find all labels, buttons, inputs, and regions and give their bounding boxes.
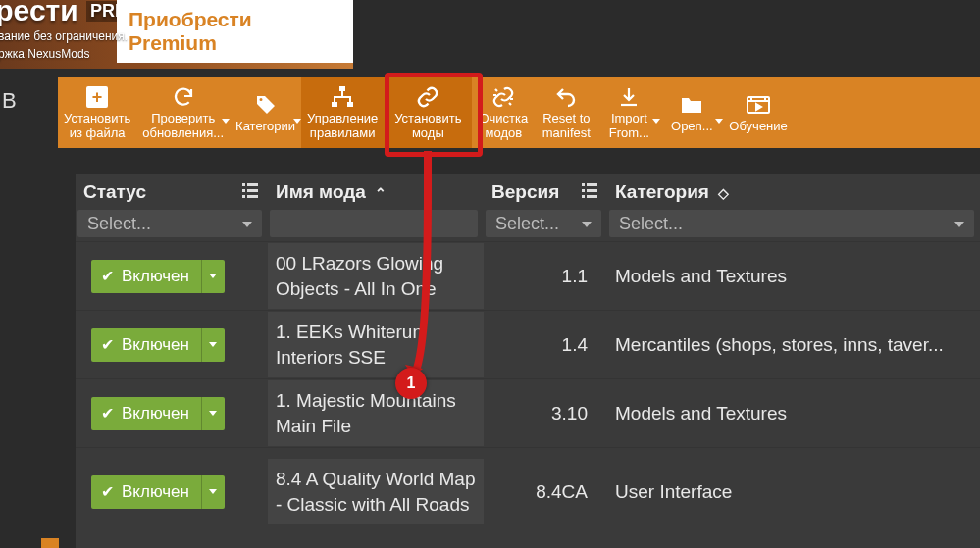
mod-name: 8.4 A Quality World Map - Classic with A… [268,459,484,524]
list-icon [240,180,260,205]
column-header-status[interactable]: Статус [76,174,268,210]
check-icon: ✔ [101,335,114,354]
table-row[interactable]: ✔Включен 00 LRazors Glowing Objects - Al… [76,241,980,310]
main-toolbar: + Установитьиз файла Проверитьобновления… [58,77,980,148]
buy-premium-button[interactable]: Приобрести Premium [117,0,353,63]
svg-rect-4 [242,183,245,186]
sidebar-accent [41,538,59,548]
svg-rect-5 [247,183,258,186]
banner-subtext-2: ржка NexusMods [0,47,90,61]
tag-icon [254,92,278,118]
training-button[interactable]: Обучение [723,77,793,148]
column-header-category[interactable]: Категория ◇ [607,174,980,210]
sort-icon: ◇ [718,185,729,201]
categories-button[interactable]: Категории [230,77,301,148]
column-header-version[interactable]: Версия [484,174,607,210]
chevron-down-icon [715,119,723,124]
status-dropdown[interactable] [201,328,225,362]
table-row[interactable]: ✔Включен 8.4 A Quality World Map - Class… [76,447,980,535]
mod-name: 00 LRazors Glowing Objects - All In One [268,243,484,309]
name-filter-input[interactable] [270,210,478,237]
status-label: Включен [122,482,189,502]
folder-icon [680,92,703,118]
unlink-icon [490,84,516,110]
table-body: ✔Включен 00 LRazors Glowing Objects - Al… [76,241,980,535]
check-icon: ✔ [101,267,114,285]
mod-status-toggle[interactable]: ✔Включен [91,475,225,509]
mods-table: Статус Имя мода ⌃ Версия Категория ◇ Sel… [76,174,980,548]
status-filter-select[interactable]: Select... [77,210,262,237]
svg-rect-13 [587,189,597,192]
mod-version: 3.10 [484,395,607,432]
list-icon [580,180,599,205]
svg-rect-12 [582,189,585,192]
sitemap-icon [330,84,355,110]
category-filter-select[interactable]: Select... [609,210,974,237]
plus-icon: + [86,84,108,110]
chevron-down-icon [652,119,660,124]
import-from-button[interactable]: ImportFrom... [597,77,660,148]
mod-version: 1.1 [484,258,607,295]
column-header-name[interactable]: Имя мода ⌃ [268,174,484,210]
svg-rect-10 [582,183,585,186]
link-icon [415,84,440,110]
sort-asc-icon: ⌃ [375,185,387,201]
mod-version: 8.4CA [484,473,607,511]
mod-category: Mercantiles (shops, stores, inns, taver.… [607,326,980,364]
install-from-file-button[interactable]: + Установитьиз файла [58,77,136,148]
table-header-row: Статус Имя мода ⌃ Версия Категория ◇ [76,174,980,210]
mod-version: 1.4 [484,326,607,364]
check-icon: ✔ [101,482,114,501]
status-label: Включен [122,404,189,423]
reset-manifest-button[interactable]: Reset tomanifest [535,77,597,148]
chevron-down-icon [293,119,301,124]
svg-rect-1 [332,102,337,107]
mod-name: 1. EEKs Whiterun Interiors SSE [268,312,484,377]
svg-rect-14 [582,195,585,198]
table-row[interactable]: ✔Включен 1. Majestic Mountains Main File… [76,378,980,447]
mod-status-toggle[interactable]: ✔Включен [91,397,225,430]
svg-rect-8 [242,195,245,198]
svg-rect-6 [242,189,245,192]
status-dropdown[interactable] [201,260,225,293]
mod-category: Models and Textures [607,395,980,432]
check-icon: ✔ [101,404,114,423]
svg-rect-9 [247,195,258,198]
check-updates-button[interactable]: Проверитьобновления... [136,77,230,148]
table-filter-row: Select... Select... Select... [76,210,980,241]
sidebar-fragment: В [0,88,33,127]
premium-banner: иобрести PREMIUM Приобрести Premium вани… [0,0,353,69]
status-label: Включен [122,267,189,286]
banner-subtext-1: вание без ограничения. [0,29,128,43]
mod-name: 1. Majestic Mountains Main File [268,380,484,446]
undo-icon [553,84,579,110]
table-row[interactable]: ✔Включен 1. EEKs Whiterun Interiors SSE … [76,310,980,378]
mod-category: User Interface [607,473,980,511]
status-label: Включен [122,335,189,355]
video-icon [746,92,771,118]
install-mods-button[interactable]: Установитьмоды [384,77,472,148]
manage-rules-button[interactable]: Управлениеправилами [301,77,384,148]
svg-rect-15 [587,195,597,198]
version-filter-select[interactable]: Select... [486,210,601,237]
mod-status-toggle[interactable]: ✔Включен [91,328,225,362]
svg-rect-7 [247,189,258,192]
open-button[interactable]: Open... [660,77,723,148]
status-dropdown[interactable] [201,397,225,430]
svg-rect-2 [347,102,353,107]
import-icon [617,84,641,110]
svg-rect-0 [339,86,345,91]
cleanup-mods-button[interactable]: Очисткамодов [472,77,535,148]
status-dropdown[interactable] [201,475,225,509]
mod-category: Models and Textures [607,258,980,295]
refresh-icon [172,84,195,110]
svg-rect-11 [587,183,597,186]
chevron-down-icon [222,119,230,124]
mod-status-toggle[interactable]: ✔Включен [91,260,225,293]
